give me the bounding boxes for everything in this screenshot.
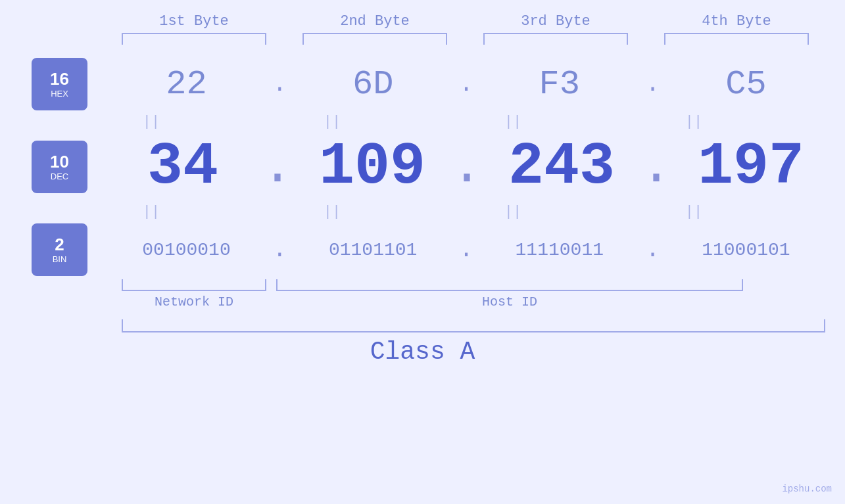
main-container: 1st Byte 2nd Byte 3rd Byte 4th Byte 16 H… [0,0,845,504]
bin-values-content: 00100010 . 01101101 . 11110011 . 1100010… [87,237,845,263]
bin-row: 2 BIN 00100010 . 01101101 . 11110011 . 1… [0,223,845,276]
hex-values-content: 22 . 6D . F3 . C5 [87,65,845,104]
top-bracket-4 [664,33,809,45]
dot-hex-1: . [273,71,287,98]
top-bracket-3 [483,33,628,45]
bottom-section: Network ID Host ID Class A [0,279,845,366]
pipe-1-3: || [437,114,589,130]
dot-dec-2: . [451,137,483,197]
hex-value-1: 22 [111,65,262,104]
dec-values-content: 34 . 109 . 243 . 197 [87,133,845,200]
top-bracket-2 [302,33,447,45]
dot-bin-3: . [646,237,660,263]
network-id-label: Network ID [122,294,266,309]
byte-labels-row: 1st Byte 2nd Byte 3rd Byte 4th Byte [104,13,827,30]
byte-label-3: 3rd Byte [473,13,638,30]
dot-dec-1: . [262,137,293,197]
dec-value-1: 34 [107,133,258,200]
bin-value-1: 00100010 [111,240,262,260]
pipe-2-3: || [437,204,589,220]
pipe-row-2: || || || || [61,204,785,220]
host-id-label: Host ID [276,294,743,309]
pipe-1-1: || [76,114,227,130]
dec-badge-number: 10 [50,152,69,172]
class-label-row: Class A [0,338,845,366]
hex-value-4: C5 [670,65,821,104]
bin-value-4: 11000101 [670,240,821,260]
dec-value-3: 243 [486,133,637,200]
dot-hex-2: . [459,71,473,98]
dec-row: 10 DEC 34 . 109 . 243 . 197 [0,133,845,200]
bin-value-2: 01101101 [297,240,448,260]
hex-badge: 16 HEX [32,58,87,110]
watermark: ipshu.com [782,484,832,494]
class-label: Class A [370,338,475,366]
dot-hex-3: . [646,71,660,98]
dot-bin-2: . [459,237,473,263]
bottom-brackets-area [122,279,845,291]
host-bracket [276,279,743,291]
pipe-1-4: || [618,114,769,130]
network-bracket [122,279,266,291]
hex-badge-number: 16 [50,70,69,89]
top-bracket-1 [122,33,266,45]
bin-badge: 2 BIN [32,223,87,276]
bin-badge-number: 2 [55,235,64,254]
big-bracket-row [122,319,825,332]
pipe-2-2: || [256,204,408,220]
pipe-2-4: || [618,204,769,220]
pipe-2-1: || [76,204,227,220]
dec-badge: 10 DEC [32,141,87,193]
byte-label-4: 4th Byte [654,13,819,30]
id-labels-row: Network ID Host ID [122,294,845,309]
dec-badge-label: DEC [51,172,68,181]
hex-badge-label: HEX [51,89,68,99]
hex-row: 16 HEX 22 . 6D . F3 . C5 [0,58,845,110]
big-bracket [122,319,825,332]
bin-value-3: 11110011 [484,240,635,260]
dot-dec-3: . [640,137,672,197]
byte-label-1: 1st Byte [112,13,276,30]
dot-bin-1: . [273,237,287,263]
pipe-1-2: || [256,114,408,130]
dec-value-2: 109 [297,133,448,200]
byte-label-2: 2nd Byte [293,13,457,30]
top-brackets-row [104,33,827,45]
pipe-row-1: || || || || [61,114,785,130]
dec-value-4: 197 [675,133,827,200]
hex-value-3: F3 [484,65,635,104]
hex-value-2: 6D [297,65,448,104]
bin-badge-label: BIN [53,254,67,264]
